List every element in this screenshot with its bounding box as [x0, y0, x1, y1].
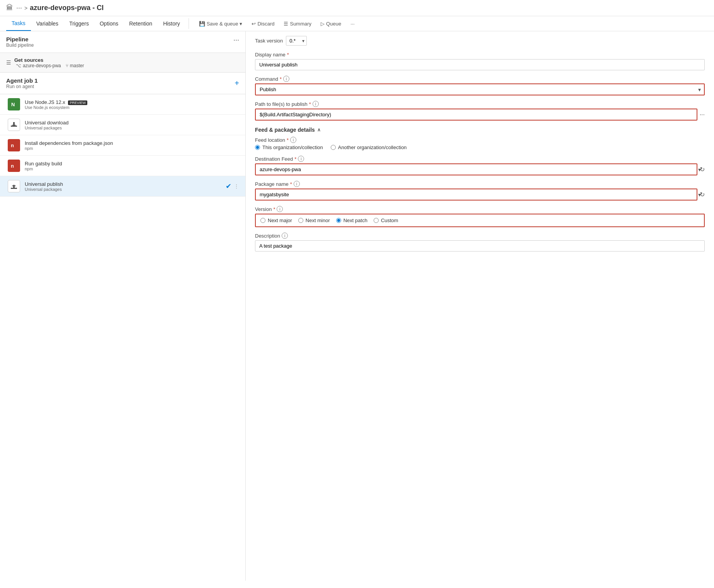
- command-select[interactable]: Publish Download: [255, 83, 705, 95]
- gatsby-build-name: Run gatsby build: [25, 161, 239, 167]
- task-item-install-deps[interactable]: n Install dependencies from package.json…: [0, 135, 245, 156]
- display-name-input[interactable]: [255, 59, 705, 70]
- pipeline-more-button[interactable]: ···: [233, 36, 239, 44]
- branch-name: master: [70, 63, 84, 68]
- package-name-row: Package name * i mygatsbysite ▾ ↻: [255, 181, 705, 201]
- save-queue-button[interactable]: 💾 Save & queue ▾: [195, 19, 246, 29]
- task-version-select[interactable]: 0.* 1.*: [286, 36, 307, 46]
- pipeline-subtitle: Build pipeline: [6, 42, 34, 48]
- package-name-refresh-button[interactable]: ↻: [700, 191, 705, 198]
- command-info-icon[interactable]: i: [283, 76, 289, 82]
- repo-item: ⌥ azure-devops-pwa: [16, 63, 61, 68]
- path-more-button[interactable]: ···: [700, 111, 705, 118]
- feed-location-radio-group: This organization/collection Another org…: [255, 144, 705, 150]
- command-required: *: [280, 76, 282, 82]
- publish-task-info: Universal publish Universal packages: [25, 181, 221, 192]
- task-item-gatsby-build[interactable]: n Run gatsby build npm: [0, 156, 245, 176]
- version-info-icon[interactable]: i: [277, 206, 283, 212]
- feed-location-info-icon[interactable]: i: [290, 137, 296, 143]
- download-task-icon: [8, 119, 20, 131]
- task-item-universal-publish[interactable]: Universal publish Universal packages ✔ ⋮: [0, 176, 245, 197]
- package-name-select-wrapper: mygatsbysite ▾ ↻: [255, 189, 705, 201]
- tab-variables[interactable]: Variables: [31, 17, 64, 31]
- path-info-icon[interactable]: i: [313, 101, 319, 107]
- command-select-wrapper: Publish Download ▾: [255, 83, 705, 95]
- path-row: Path to file(s) to publish * i ···: [255, 101, 705, 121]
- section-collapse-icon[interactable]: ∧: [317, 127, 321, 133]
- path-label: Path to file(s) to publish * i: [255, 101, 705, 107]
- pipeline-info: Pipeline Build pipeline: [6, 36, 34, 48]
- left-panel: Pipeline Build pipeline ··· ☰ Get source…: [0, 31, 246, 581]
- tab-options[interactable]: Options: [94, 17, 124, 31]
- tab-retention[interactable]: Retention: [124, 17, 158, 31]
- display-name-row: Display name *: [255, 52, 705, 70]
- custom-version-option[interactable]: Custom: [374, 218, 398, 223]
- package-name-info-icon[interactable]: i: [294, 181, 300, 187]
- repo-name: azure-devops-pwa: [23, 63, 61, 68]
- custom-radio[interactable]: [374, 218, 379, 223]
- version-radio-group: Next major Next minor Next patch Custom: [255, 214, 705, 227]
- svg-marker-8: [12, 185, 16, 186]
- branch-item: ⑂ master: [66, 63, 84, 68]
- next-major-option[interactable]: Next major: [260, 218, 292, 223]
- feed-location-label: Feed location * i: [255, 137, 705, 143]
- get-sources-section: ☰ Get sources ⌥ azure-devops-pwa ⑂ maste…: [0, 53, 245, 73]
- this-org-option[interactable]: This organization/collection: [255, 144, 323, 150]
- node-task-icon: N: [8, 98, 20, 110]
- page-title: azure-devops-pwa - CI: [30, 4, 104, 12]
- node-task-subtitle: Use Node.js ecosystem: [25, 105, 239, 110]
- gatsby-build-subtitle: npm: [25, 167, 239, 171]
- svg-text:N: N: [11, 102, 15, 107]
- this-org-radio[interactable]: [255, 145, 260, 150]
- add-task-button[interactable]: +: [235, 79, 239, 88]
- publish-task-actions: ✔ ⋮: [226, 182, 239, 190]
- nav-tabs-bar: Tasks Variables Triggers Options Retenti…: [0, 16, 714, 31]
- agent-job-title: Agent job 1: [6, 77, 38, 84]
- next-major-radio[interactable]: [260, 218, 265, 223]
- pipeline-section: Pipeline Build pipeline ···: [0, 31, 245, 53]
- publish-task-name: Universal publish: [25, 181, 221, 187]
- download-task-name: Universal download: [25, 120, 239, 126]
- tab-triggers[interactable]: Triggers: [64, 17, 94, 31]
- breadcrumb-arrow: >: [24, 5, 27, 11]
- more-actions-button[interactable]: ···: [347, 19, 359, 29]
- version-row: Version * i Next major Next minor Next p…: [255, 206, 705, 227]
- task-item-node[interactable]: N Use Node.JS 12.x PREVIEW Use Node.js e…: [0, 94, 245, 115]
- save-icon: 💾: [199, 21, 205, 27]
- destination-feed-select[interactable]: azure-devops-pwa: [255, 163, 697, 175]
- destination-feed-row: Destination Feed * i azure-devops-pwa ▾ …: [255, 156, 705, 175]
- next-patch-option[interactable]: Next patch: [336, 218, 367, 223]
- next-minor-radio[interactable]: [298, 218, 303, 223]
- next-minor-option[interactable]: Next minor: [298, 218, 330, 223]
- queue-button[interactable]: ▷ Queue: [317, 19, 345, 29]
- description-row: Description i: [255, 233, 705, 252]
- summary-button[interactable]: ☰ Summary: [280, 19, 315, 29]
- another-org-radio[interactable]: [331, 145, 336, 150]
- header-dots-menu[interactable]: ···: [16, 4, 22, 12]
- svg-text:n: n: [11, 163, 14, 169]
- tab-history[interactable]: History: [158, 17, 185, 31]
- pipeline-title: Pipeline: [6, 36, 34, 42]
- another-org-option[interactable]: Another organization/collection: [331, 144, 407, 150]
- package-name-select[interactable]: mygatsbysite: [255, 189, 697, 201]
- next-patch-radio[interactable]: [336, 218, 341, 223]
- version-select-wrapper: 0.* 1.* ▾: [286, 36, 307, 46]
- node-task-name: Use Node.JS 12.x PREVIEW: [25, 99, 239, 105]
- dest-feed-refresh-button[interactable]: ↻: [700, 166, 705, 173]
- get-sources-info: Get sources ⌥ azure-devops-pwa ⑂ master: [14, 57, 84, 68]
- gatsby-build-icon: n: [8, 160, 20, 172]
- tab-tasks[interactable]: Tasks: [6, 16, 31, 31]
- right-panel: Task version 0.* 1.* ▾ Display name * Co…: [246, 31, 714, 581]
- install-deps-subtitle: npm: [25, 146, 239, 151]
- dest-feed-info-icon[interactable]: i: [298, 156, 304, 162]
- node-task-info: Use Node.JS 12.x PREVIEW Use Node.js eco…: [25, 99, 239, 110]
- discard-button[interactable]: ↩ Discard: [248, 19, 278, 29]
- display-name-label: Display name *: [255, 52, 705, 58]
- task-item-universal-download[interactable]: Universal download Universal packages: [0, 115, 245, 135]
- version-label: Version * i: [255, 206, 705, 212]
- command-label: Command * i: [255, 76, 705, 82]
- path-input[interactable]: [255, 109, 697, 121]
- description-info-icon[interactable]: i: [282, 233, 288, 239]
- description-input[interactable]: [255, 240, 705, 252]
- feed-section-header: Feed & package details ∧: [255, 127, 705, 133]
